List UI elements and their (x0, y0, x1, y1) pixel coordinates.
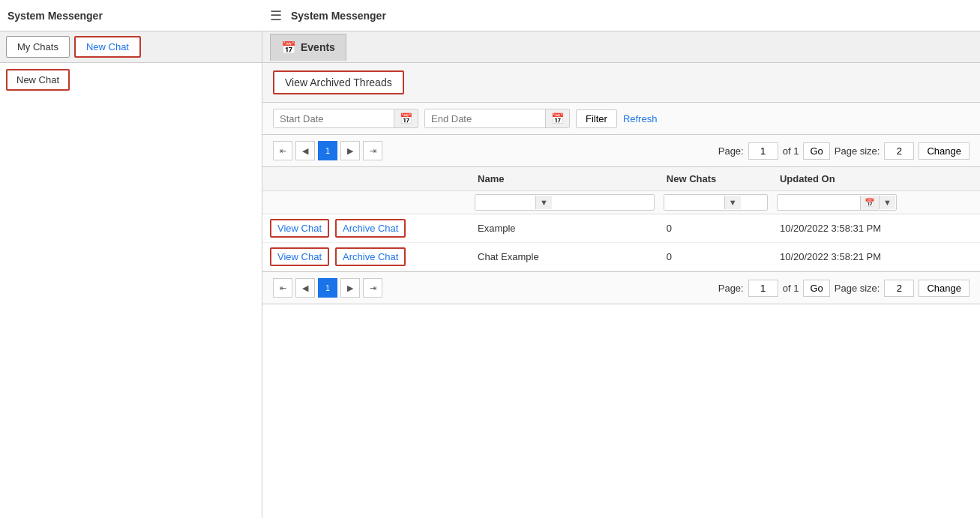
change-button-top[interactable]: Change (919, 142, 970, 160)
page-1-btn-bottom[interactable]: 1 (318, 278, 337, 298)
row1-actions: View Chat Archive Chat (262, 214, 470, 243)
main-layout: New Chat View Archived Threads 📅 📅 Filte… (0, 63, 980, 518)
col-header-name: Name (470, 167, 659, 191)
page-number-input-top[interactable] (748, 142, 778, 160)
start-date-calendar-icon[interactable]: 📅 (394, 109, 418, 127)
start-date-wrap: 📅 (273, 109, 418, 128)
page-1-btn[interactable]: 1 (318, 141, 337, 160)
page-info-top: Page: of 1 Go Page size: Change (718, 142, 970, 160)
last-page-btn-bottom[interactable]: ⇥ (363, 278, 382, 298)
page-size-label-bottom: Page size: (835, 283, 880, 294)
left-panel: New Chat (0, 63, 262, 518)
view-chat-link-2[interactable]: View Chat (270, 247, 329, 266)
new-chats-filter-input[interactable] (664, 195, 724, 210)
calendar-icon: 📅 (281, 40, 296, 55)
row2-updated-on: 10/20/2022 3:58:21 PM (772, 243, 980, 271)
row2-actions: View Chat Archive Chat (262, 243, 470, 271)
view-chat-link-1[interactable]: View Chat (270, 219, 329, 238)
col-header-new-chats: New Chats (659, 167, 772, 191)
refresh-link[interactable]: Refresh (623, 113, 658, 124)
view-archived-threads-link[interactable]: View Archived Threads (273, 70, 404, 94)
prev-page-btn[interactable]: ◀ (295, 141, 315, 160)
pagination-bar-bottom: ⇤ ◀ 1 ▶ ⇥ Page: of 1 Go Page size: Chang… (262, 271, 980, 304)
page-size-label-top: Page size: (835, 145, 880, 157)
end-date-input[interactable] (425, 110, 545, 127)
updated-on-cal-icon[interactable]: 📅 (860, 196, 879, 210)
filter-bar: 📅 📅 Filter Refresh (262, 103, 980, 135)
col-filter-new-chats: ▼ (659, 191, 772, 214)
next-page-btn[interactable]: ▶ (340, 141, 360, 160)
page-size-input-bottom[interactable] (884, 280, 914, 297)
row1-updated-on: 10/20/2022 3:58:31 PM (772, 214, 980, 243)
prev-page-btn-bottom[interactable]: ◀ (295, 278, 315, 298)
page-label-top: Page: (718, 145, 744, 157)
new-chats-filter-icon[interactable]: ▼ (724, 196, 741, 209)
updated-on-filter-input[interactable] (778, 195, 860, 210)
left-app-title: System Messenger (7, 10, 270, 22)
tab-events[interactable]: 📅 Events (270, 34, 346, 61)
updated-on-filter-icon[interactable]: ▼ (879, 196, 895, 209)
end-date-wrap: 📅 (424, 109, 570, 128)
page-number-input-bottom[interactable] (748, 280, 778, 297)
archive-chat-link-2[interactable]: Archive Chat (335, 247, 406, 266)
right-panel-tabs: 📅 Events (262, 34, 354, 61)
end-date-calendar-icon[interactable]: 📅 (545, 109, 569, 127)
of-label-bottom: of 1 (783, 283, 799, 294)
top-bar: System Messenger ☰ System Messenger (0, 0, 980, 31)
go-button-top[interactable]: Go (803, 142, 829, 160)
col-filter-updated-on: 📅 ▼ (772, 191, 980, 214)
page-info-bottom: Page: of 1 Go Page size: Change (718, 280, 970, 297)
right-app-title: System Messenger (291, 10, 386, 22)
hamburger-icon[interactable]: ☰ (270, 7, 282, 24)
start-date-input[interactable] (274, 110, 394, 127)
filter-button[interactable]: Filter (576, 109, 617, 128)
col-filter-name: ▼ (470, 191, 659, 214)
archived-threads-bar: View Archived Threads (262, 63, 980, 103)
row2-name: Chat Example (470, 243, 659, 271)
page-size-input-top[interactable] (884, 142, 914, 160)
tab-my-chats[interactable]: My Chats (6, 36, 70, 58)
table-row: View Chat Archive Chat Example 0 10/20/2… (262, 214, 980, 243)
events-label: Events (301, 41, 335, 53)
col-header-action (262, 167, 470, 191)
data-table: Name New Chats Updated On ▼ (262, 167, 980, 271)
name-filter-icon[interactable]: ▼ (535, 196, 552, 209)
go-button-bottom[interactable]: Go (803, 280, 829, 297)
row1-name: Example (470, 214, 659, 243)
left-panel-tabs: My Chats New Chat (0, 31, 262, 62)
tabs-bar: My Chats New Chat 📅 Events (0, 31, 980, 63)
last-page-btn[interactable]: ⇥ (363, 141, 382, 160)
new-chat-button-left[interactable]: New Chat (6, 69, 70, 91)
col-filter-action (262, 191, 470, 214)
right-panel: View Archived Threads 📅 📅 Filter Refresh… (262, 63, 980, 518)
row2-new-chats: 0 (659, 243, 772, 271)
page-label-bottom: Page: (718, 283, 744, 294)
change-button-bottom[interactable]: Change (919, 280, 970, 297)
tab-new-chat[interactable]: New Chat (74, 36, 141, 58)
row1-new-chats: 0 (659, 214, 772, 243)
first-page-btn-bottom[interactable]: ⇤ (273, 278, 292, 298)
archive-chat-link-1[interactable]: Archive Chat (335, 219, 406, 238)
of-label-top: of 1 (783, 145, 799, 157)
pagination-bar-top: ⇤ ◀ 1 ▶ ⇥ Page: of 1 Go Page size: Chang… (262, 135, 980, 167)
name-filter-input[interactable] (475, 195, 535, 210)
table-row: View Chat Archive Chat Chat Example 0 10… (262, 243, 980, 271)
col-header-updated-on: Updated On (772, 167, 980, 191)
next-page-btn-bottom[interactable]: ▶ (340, 278, 360, 298)
first-page-btn[interactable]: ⇤ (273, 141, 292, 160)
